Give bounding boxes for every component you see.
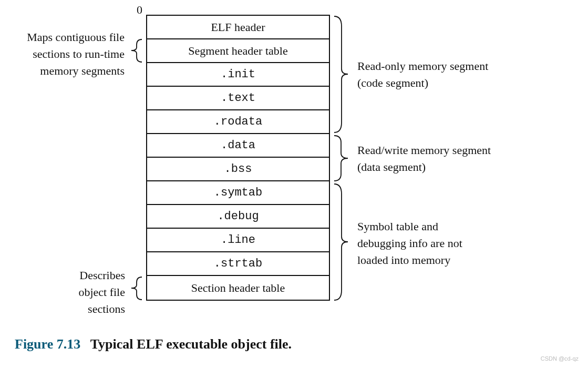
text-line: object file — [78, 285, 125, 299]
figure-title: Typical ELF executable object file. — [90, 336, 292, 352]
diagram-container: 0 ELF header Segment header table .init … — [0, 0, 588, 368]
cell-text: .bss — [224, 162, 252, 176]
cell-text: Section header table — [191, 281, 285, 295]
watermark-text: CSDN @cd-qz — [541, 355, 579, 362]
row-text: .text — [147, 87, 329, 110]
cell-text: .debug — [217, 210, 259, 223]
row-init: .init — [147, 63, 329, 87]
row-elf-header: ELF header — [147, 16, 329, 39]
text-line: Maps contiguous file — [27, 30, 125, 44]
annotation-left-describes: Describes object file sections — [42, 267, 125, 318]
text-line: (code segment) — [357, 76, 428, 89]
cell-text: .line — [221, 233, 255, 247]
brace-left-icon — [127, 38, 144, 63]
annotation-right-readonly: Read-only memory segment (code segment) — [357, 58, 488, 91]
cell-text: .strtab — [214, 257, 262, 270]
text-line: Read/write memory segment — [357, 144, 491, 157]
brace-right-icon — [332, 182, 353, 302]
cell-text: .symtab — [214, 186, 262, 199]
cell-text: .init — [221, 68, 255, 81]
cell-text: Segment header table — [188, 44, 287, 58]
row-debug: .debug — [147, 205, 329, 229]
cell-text: .data — [221, 139, 255, 152]
figure-caption: Figure 7.13 Typical ELF executable objec… — [15, 336, 292, 352]
text-line: (data segment) — [357, 160, 426, 173]
annotation-right-readwrite: Read/write memory segment (data segment) — [357, 142, 491, 176]
cell-text: .text — [221, 91, 255, 105]
elf-layout-table: ELF header Segment header table .init .t… — [146, 15, 330, 301]
row-symtab: .symtab — [147, 181, 329, 205]
zero-label: 0 — [137, 3, 142, 17]
row-rodata: .rodata — [147, 110, 329, 134]
annotation-left-maps: Maps contiguous file sections to run-tim… — [6, 29, 125, 79]
cell-text: ELF header — [211, 21, 265, 34]
brace-right-icon — [332, 134, 353, 182]
cell-text: .rodata — [214, 115, 262, 128]
text-line: debugging info are not — [357, 237, 462, 250]
figure-number: Figure 7.13 — [15, 336, 80, 352]
text-line: sections — [88, 302, 125, 315]
text-line: memory segments — [40, 64, 125, 77]
text-line: sections to run-time — [33, 47, 125, 60]
brace-right-icon — [332, 15, 353, 134]
text-line: Symbol table and — [357, 220, 438, 233]
row-strtab: .strtab — [147, 252, 329, 276]
row-data: .data — [147, 134, 329, 158]
text-line: loaded into memory — [357, 253, 450, 267]
row-segment-header-table: Segment header table — [147, 39, 329, 63]
annotation-right-notloaded: Symbol table and debugging info are not … — [357, 218, 462, 269]
row-section-header-table: Section header table — [147, 276, 329, 300]
row-bss: .bss — [147, 158, 329, 181]
brace-left-icon — [127, 276, 144, 301]
row-line: .line — [147, 229, 329, 252]
text-line: Read-only memory segment — [357, 59, 488, 73]
text-line: Describes — [79, 269, 125, 282]
